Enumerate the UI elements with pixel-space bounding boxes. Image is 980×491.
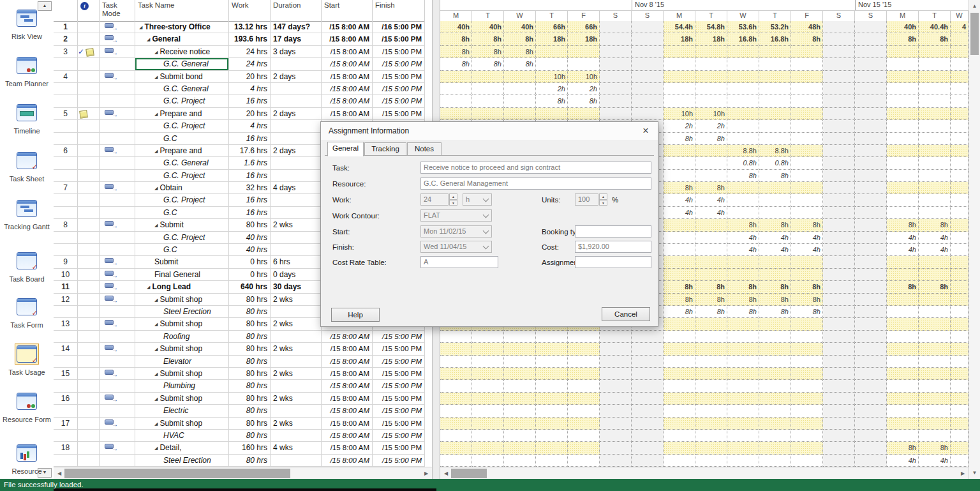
usage-cell[interactable]	[695, 145, 727, 157]
usage-cell[interactable]	[951, 380, 969, 392]
expand-triangle-icon[interactable]: ◢	[154, 442, 158, 454]
expand-triangle-icon[interactable]: ◢	[154, 344, 158, 355]
row-number-cell[interactable]	[54, 194, 78, 206]
expand-triangle-icon[interactable]: ◢	[154, 72, 158, 83]
duration-cell[interactable]: 2 wks	[271, 219, 322, 231]
usage-cell[interactable]	[951, 194, 969, 206]
usage-cell[interactable]	[472, 393, 504, 405]
task-mode-cell[interactable]	[100, 430, 135, 442]
usage-cell[interactable]	[695, 157, 727, 169]
usage-cell[interactable]	[791, 356, 823, 368]
usage-cell[interactable]	[919, 380, 951, 392]
usage-cell[interactable]	[887, 430, 919, 442]
indicator-cell[interactable]	[78, 306, 100, 318]
work-cell[interactable]: 20 hrs	[229, 71, 271, 83]
usage-cell[interactable]	[951, 418, 969, 430]
work-cell[interactable]: 16 hrs	[229, 207, 271, 219]
usage-cell[interactable]: 4h	[695, 207, 727, 219]
work-cell[interactable]: 80 hrs	[229, 418, 271, 430]
tab-general[interactable]: General	[327, 142, 364, 156]
usage-cell[interactable]	[695, 405, 727, 417]
usage-cell[interactable]	[536, 356, 568, 368]
usage-cell[interactable]: 4h	[727, 232, 759, 244]
usage-cell[interactable]	[600, 95, 632, 107]
usage-cell[interactable]	[855, 145, 887, 157]
usage-cell[interactable]: 8h	[919, 442, 951, 454]
column-header-name[interactable]: Task Name	[135, 0, 229, 21]
usage-cell[interactable]	[664, 219, 695, 231]
task-name-cell[interactable]: G.C	[135, 207, 229, 219]
usage-cell[interactable]: 4h	[664, 207, 695, 219]
row-number-cell[interactable]	[54, 331, 78, 343]
usage-cell[interactable]	[568, 331, 600, 343]
usage-cell[interactable]	[440, 108, 472, 120]
usage-cell[interactable]	[951, 269, 969, 281]
usage-cell[interactable]	[951, 455, 969, 467]
scroll-down-icon[interactable]: ▼	[970, 469, 979, 478]
duration-cell[interactable]: 0 days	[271, 269, 322, 281]
usage-cell[interactable]	[727, 58, 759, 70]
usage-cell[interactable]	[919, 157, 951, 169]
task-name-cell[interactable]: Final General	[135, 269, 229, 281]
usage-cell[interactable]: 40h	[504, 21, 536, 33]
start-cell[interactable]: /15 8:00 AM	[322, 418, 373, 430]
usage-cell[interactable]: 4h	[919, 244, 951, 256]
usage-cell[interactable]: 8h	[887, 442, 919, 454]
usage-cell[interactable]	[919, 58, 951, 70]
indicator-cell[interactable]	[78, 393, 100, 405]
usage-cell[interactable]	[855, 393, 887, 405]
task-name-cell[interactable]: G.C	[135, 244, 229, 256]
row-number-cell[interactable]	[54, 157, 78, 169]
day-header[interactable]: F	[568, 11, 600, 21]
usage-cell[interactable]	[791, 71, 823, 83]
usage-cell[interactable]	[727, 393, 759, 405]
usage-cell[interactable]: 4h	[791, 232, 823, 244]
task-mode-cell[interactable]	[100, 405, 135, 417]
usage-cell[interactable]	[823, 182, 855, 194]
usage-cell[interactable]	[727, 71, 759, 83]
usage-cell[interactable]	[536, 430, 568, 442]
usage-cell[interactable]: 8h	[887, 281, 919, 293]
usage-cell[interactable]	[823, 380, 855, 392]
finish-cell[interactable]: /15 5:00 PM	[373, 356, 425, 368]
usage-cell[interactable]	[855, 418, 887, 430]
usage-cell[interactable]	[664, 393, 695, 405]
expand-triangle-icon[interactable]: ◢	[154, 220, 158, 231]
usage-cell[interactable]	[759, 318, 791, 330]
work-cell[interactable]: 80 hrs	[229, 380, 271, 392]
indicator-cell[interactable]	[78, 207, 100, 219]
usage-cell[interactable]	[823, 33, 855, 45]
work-cell[interactable]: 4 hrs	[229, 83, 271, 95]
usage-cell[interactable]	[855, 219, 887, 231]
row-number-cell[interactable]: 12	[54, 294, 78, 306]
usage-cell[interactable]	[759, 46, 791, 58]
work-cell[interactable]: 40 hrs	[229, 232, 271, 244]
usage-cell[interactable]	[823, 393, 855, 405]
indicator-cell[interactable]	[78, 219, 100, 231]
start-cell[interactable]: /15 8:00 AM	[322, 380, 373, 392]
task-name-cell[interactable]: ◢Prepare and	[135, 145, 229, 157]
usage-cell[interactable]	[919, 108, 951, 120]
work-cell[interactable]: 13.12 hrs	[229, 21, 271, 33]
sidebar-item-resource[interactable]: Resource	[0, 442, 54, 475]
day-header[interactable]: M	[887, 11, 919, 21]
usage-cell[interactable]	[600, 343, 632, 355]
usage-cell[interactable]	[887, 120, 919, 132]
usage-cell[interactable]	[823, 318, 855, 330]
usage-cell[interactable]	[759, 95, 791, 107]
start-cell[interactable]: /15 8:00 AM	[322, 21, 373, 33]
start-cell[interactable]: /15 8:00 AM	[322, 331, 373, 343]
usage-cell[interactable]	[919, 343, 951, 355]
usage-cell[interactable]	[791, 331, 823, 343]
usage-cell[interactable]: 4h	[919, 455, 951, 467]
usage-cell[interactable]	[855, 207, 887, 219]
usage-cell[interactable]	[632, 331, 664, 343]
usage-cell[interactable]	[887, 58, 919, 70]
usage-cell[interactable]	[951, 108, 969, 120]
duration-cell[interactable]	[271, 194, 322, 206]
usage-cell[interactable]	[440, 430, 472, 442]
usage-cell[interactable]: 10h	[568, 71, 600, 83]
usage-cell[interactable]	[855, 368, 887, 380]
usage-cell[interactable]	[951, 157, 969, 169]
task-name-cell[interactable]: G.C. Project	[135, 170, 229, 182]
